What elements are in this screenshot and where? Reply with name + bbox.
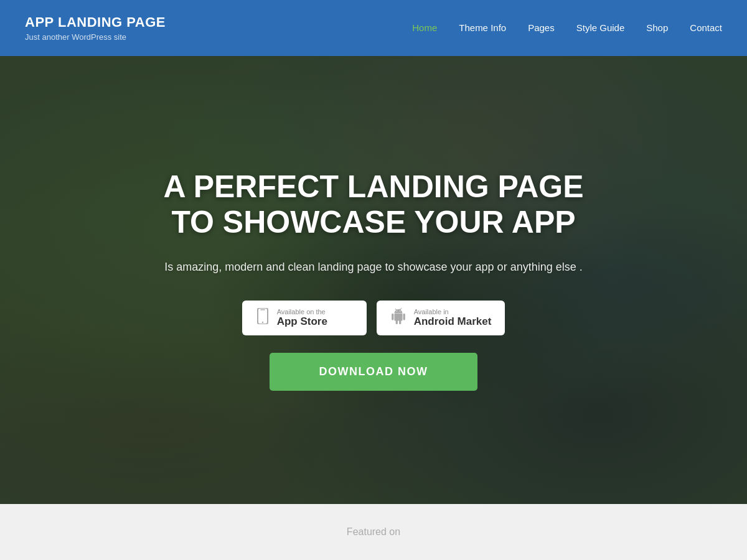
nav-item-contact[interactable]: Contact	[690, 22, 722, 34]
nav-item-home[interactable]: Home	[412, 22, 437, 34]
app-store-small-text: Available on the	[277, 308, 327, 315]
app-store-text: Available on the App Store	[277, 308, 327, 328]
android-small-text: Available in	[414, 308, 492, 315]
site-branding: APP LANDING PAGE Just another WordPress …	[25, 14, 166, 42]
nav-item-style-guide[interactable]: Style Guide	[576, 22, 625, 34]
download-now-button[interactable]: DOWNLOAD NOW	[270, 353, 478, 391]
hero-headline: A PERFECT LANDING PAGE TO SHOWCASE YOUR …	[143, 169, 604, 241]
nav-menu: Home Theme Info Pages Style Guide Shop C…	[412, 22, 722, 34]
nav-link-theme-info[interactable]: Theme Info	[459, 22, 506, 33]
svg-point-2	[261, 322, 263, 323]
nav-link-style-guide[interactable]: Style Guide	[576, 22, 625, 33]
app-store-button[interactable]: Available on the App Store	[242, 301, 367, 335]
site-header: APP LANDING PAGE Just another WordPress …	[0, 0, 747, 56]
hero-section: A PERFECT LANDING PAGE TO SHOWCASE YOUR …	[0, 56, 747, 504]
featured-label: Featured on	[347, 526, 400, 538]
main-nav: Home Theme Info Pages Style Guide Shop C…	[412, 22, 722, 34]
hero-content: A PERFECT LANDING PAGE TO SHOWCASE YOUR …	[131, 169, 616, 391]
site-title: APP LANDING PAGE	[25, 14, 166, 30]
nav-item-theme-info[interactable]: Theme Info	[459, 22, 506, 34]
site-tagline: Just another WordPress site	[25, 32, 166, 42]
hero-subheadline: Is amazing, modern and clean landing pag…	[143, 258, 604, 276]
phone-icon	[256, 308, 270, 328]
nav-link-home[interactable]: Home	[412, 22, 437, 33]
nav-link-contact[interactable]: Contact	[690, 22, 722, 33]
android-market-text: Available in Android Market	[414, 308, 492, 328]
store-buttons: Available on the App Store Available in …	[143, 301, 604, 335]
nav-link-pages[interactable]: Pages	[528, 22, 555, 33]
android-icon	[390, 308, 406, 328]
android-market-button[interactable]: Available in Android Market	[377, 301, 505, 335]
svg-rect-1	[260, 309, 265, 310]
nav-link-shop[interactable]: Shop	[646, 22, 668, 33]
featured-section: Featured on	[0, 504, 747, 560]
android-large-text: Android Market	[414, 315, 492, 328]
app-store-large-text: App Store	[277, 315, 327, 328]
nav-item-pages[interactable]: Pages	[528, 22, 555, 34]
nav-item-shop[interactable]: Shop	[646, 22, 668, 34]
